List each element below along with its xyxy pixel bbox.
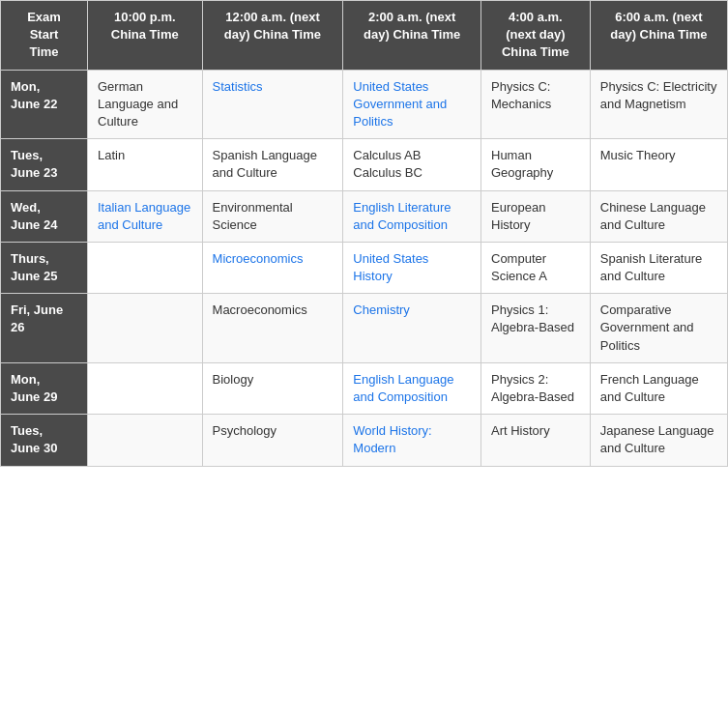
exam-cell[interactable]: Chemistry xyxy=(343,294,481,363)
exam-cell: Latin xyxy=(88,139,203,190)
exam-cell: Physics C: Electricity and Magnetism xyxy=(590,70,727,139)
exam-link[interactable]: English Language and Composition xyxy=(353,372,453,404)
exam-cell: Biology xyxy=(202,362,343,414)
exam-cell xyxy=(88,362,203,414)
column-header-exam-start: ExamStartTime xyxy=(1,1,88,71)
exam-cell: Japanese Language and Culture xyxy=(590,415,727,466)
exam-cell: Physics 1: Algebra-Based xyxy=(481,294,591,363)
exam-cell: Chinese Language and Culture xyxy=(590,190,727,242)
date-cell: Mon,June 29 xyxy=(1,362,88,414)
exam-cell xyxy=(88,294,203,363)
table-row: Tues,June 30PsychologyWorld History: Mod… xyxy=(1,415,728,466)
exam-link[interactable]: United States Government and Politics xyxy=(353,79,447,129)
column-header-col-1000: 10:00 p.m.China Time xyxy=(88,1,203,71)
exam-link[interactable]: Chemistry xyxy=(353,302,410,317)
exam-link[interactable]: English Literature and Composition xyxy=(353,200,451,232)
exam-cell: Comparative Government and Politics xyxy=(590,294,727,363)
exam-link[interactable]: United States History xyxy=(353,251,428,283)
exam-cell: Macroeconomics xyxy=(202,294,343,363)
exam-cell xyxy=(88,242,203,293)
exam-cell: Spanish Language and Culture xyxy=(202,139,343,190)
column-header-col-200: 2:00 a.m. (nextday) China Time xyxy=(343,1,481,71)
exam-cell[interactable]: Italian Language and Culture xyxy=(88,190,203,242)
exam-cell[interactable]: Statistics xyxy=(202,70,343,139)
exam-cell[interactable]: United States History xyxy=(343,242,481,293)
exam-cell[interactable]: English Literature and Composition xyxy=(343,190,481,242)
exam-cell[interactable]: Microeconomics xyxy=(202,242,343,293)
table-row: Mon,June 29BiologyEnglish Language and C… xyxy=(1,362,728,414)
date-cell: Thurs,June 25 xyxy=(1,242,88,293)
exam-cell: Human Geography xyxy=(481,139,591,190)
exam-cell: Computer Science A xyxy=(481,242,591,293)
exam-cell: Art History xyxy=(481,415,591,466)
date-cell: Tues,June 30 xyxy=(1,415,88,466)
exam-cell: European History xyxy=(481,190,591,242)
exam-link[interactable]: World History: Modern xyxy=(353,423,431,455)
exam-cell: Spanish Literature and Culture xyxy=(590,242,727,293)
date-cell: Tues,June 23 xyxy=(1,139,88,190)
column-header-col-600: 6:00 a.m. (nextday) China Time xyxy=(590,1,727,71)
exam-link[interactable]: Italian Language and Culture xyxy=(98,200,190,232)
exam-cell: Physics C: Mechanics xyxy=(481,70,591,139)
date-cell: Wed,June 24 xyxy=(1,190,88,242)
table-row: Fri, June26MacroeconomicsChemistryPhysic… xyxy=(1,294,728,363)
column-header-col-400: 4:00 a.m.(next day)China Time xyxy=(481,1,591,71)
exam-cell: Environmental Science xyxy=(202,190,343,242)
table-row: Mon,June 22German Language and CultureSt… xyxy=(1,70,728,139)
exam-cell[interactable]: United States Government and Politics xyxy=(343,70,481,139)
exam-cell: German Language and Culture xyxy=(88,70,203,139)
schedule-table-wrapper: ExamStartTime10:00 p.m.China Time12:00 a… xyxy=(0,0,728,467)
date-cell: Mon,June 22 xyxy=(1,70,88,139)
exam-cell[interactable]: English Language and Composition xyxy=(343,362,481,414)
exam-cell: Psychology xyxy=(202,415,343,466)
exam-cell: Music Theory xyxy=(590,139,727,190)
column-header-col-1200: 12:00 a.m. (nextday) China Time xyxy=(202,1,343,71)
table-row: Thurs,June 25MicroeconomicsUnited States… xyxy=(1,242,728,293)
exam-link[interactable]: Statistics xyxy=(213,79,263,94)
table-row: Wed,June 24Italian Language and CultureE… xyxy=(1,190,728,242)
exam-schedule-table: ExamStartTime10:00 p.m.China Time12:00 a… xyxy=(0,0,728,467)
exam-cell[interactable]: World History: Modern xyxy=(343,415,481,466)
exam-cell: French Language and Culture xyxy=(590,362,727,414)
exam-cell xyxy=(88,415,203,466)
table-row: Tues,June 23LatinSpanish Language and Cu… xyxy=(1,139,728,190)
header-row: ExamStartTime10:00 p.m.China Time12:00 a… xyxy=(1,1,728,71)
exam-cell: Physics 2: Algebra-Based xyxy=(481,362,591,414)
exam-cell: Calculus AB Calculus BC xyxy=(343,139,481,190)
date-cell: Fri, June26 xyxy=(1,294,88,363)
exam-link[interactable]: Microeconomics xyxy=(213,251,304,266)
